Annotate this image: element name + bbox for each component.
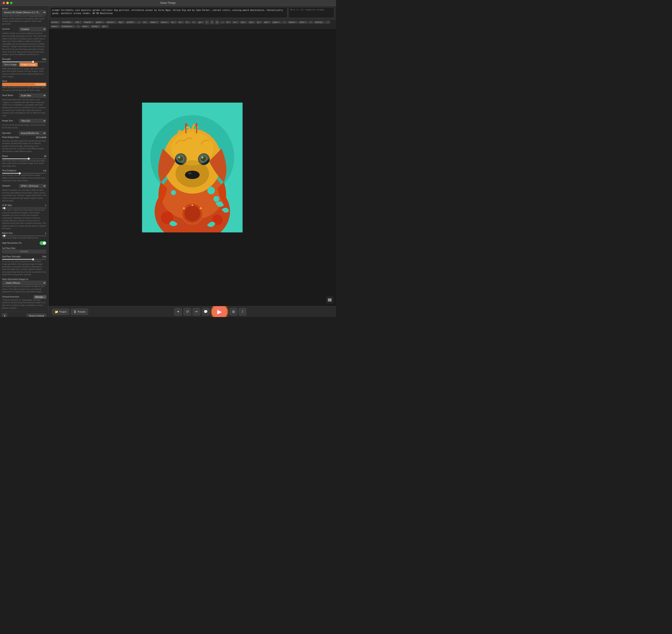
token-vibrant[interactable]: vibrant✕ bbox=[287, 21, 297, 24]
token-prompt[interactable]: prompt✕ bbox=[50, 21, 61, 24]
token-comma3[interactable]: ,✕ bbox=[282, 21, 287, 24]
batch-size-label: Batch Size bbox=[2, 232, 13, 234]
chat-tool-btn[interactable]: 💬 bbox=[202, 308, 210, 316]
hires-toggle[interactable] bbox=[40, 241, 46, 245]
batch-size-value: 1 bbox=[45, 232, 46, 235]
manage-btn[interactable]: Manage... bbox=[34, 295, 46, 299]
token-eng[interactable]: eng✕ bbox=[240, 21, 247, 24]
token-colors[interactable]: colors✕ bbox=[298, 21, 308, 24]
info-icon-btn[interactable]: ℹ bbox=[2, 313, 7, 317]
strength-slider-track[interactable] bbox=[2, 62, 46, 62]
token-dog[interactable]: dog✕ bbox=[117, 21, 125, 24]
token-portrait[interactable]: portrait✕ bbox=[125, 21, 136, 24]
control-section: Control Disabled Additive models can pro… bbox=[2, 27, 46, 56]
image-to-image-btn[interactable]: Image to Image bbox=[19, 63, 38, 67]
token-gai[interactable]: gai✕ bbox=[197, 21, 204, 24]
text-guidance-slider[interactable] bbox=[2, 173, 46, 174]
svg-rect-27 bbox=[328, 298, 332, 299]
first-pass-input[interactable]: 640x960 bbox=[2, 250, 46, 253]
token-tools: ✏ ↻ ⚙ bbox=[205, 20, 219, 24]
project-icon: 📁 bbox=[55, 310, 58, 313]
project-btn[interactable]: 📁 Project bbox=[52, 309, 69, 315]
rotate-tool-btn[interactable]: ↺ bbox=[184, 308, 191, 316]
text-to-image-btn[interactable]: Text to Image bbox=[2, 63, 19, 67]
sampler-select[interactable]: DPM++ 2M Karras bbox=[19, 184, 46, 188]
text-guidance-desc: How "literally" the text input should be… bbox=[2, 174, 46, 182]
settings-token-btn[interactable]: ⚙ bbox=[215, 20, 219, 24]
save-select[interactable]: ...Stable Diffusion bbox=[2, 281, 46, 285]
token-gau[interactable]: gau✕ bbox=[101, 25, 109, 28]
seed-label: Seed bbox=[2, 80, 46, 82]
edit-token-btn[interactable]: ✏ bbox=[205, 20, 209, 24]
share-tool-btn[interactable]: ⤴ bbox=[239, 308, 246, 316]
token-ian[interactable]: ian✕ bbox=[232, 21, 239, 24]
steps-slider[interactable] bbox=[2, 158, 46, 159]
image-size-select[interactable]: 768x1152 bbox=[19, 119, 46, 123]
clip-skip-desc: "CLIP Skip" controls how many layers fro… bbox=[2, 209, 46, 230]
token-comma4[interactable]: ,✕ bbox=[308, 21, 313, 24]
prompt-input[interactable]: prompt Incredibly cute majestic golden r… bbox=[50, 7, 287, 18]
hires-toggle-knob bbox=[43, 242, 46, 245]
token-n[interactable]: n✕ bbox=[191, 21, 197, 24]
negative-prompt-input[interactable] bbox=[288, 7, 334, 18]
token-kil[interactable]: kil✕ bbox=[225, 21, 232, 24]
token-by[interactable]: by✕ bbox=[170, 21, 177, 24]
model-select[interactable]: Generic HD (Stable Diffusion v2.1 76... bbox=[2, 10, 46, 15]
token-vic[interactable]: vic✕ bbox=[177, 21, 184, 24]
token-comma6[interactable]: ,✕ bbox=[76, 25, 81, 28]
seed-input[interactable]: 775418658 bbox=[2, 83, 46, 86]
textual-desc: "Textual Inversions" or "embeddings" are… bbox=[2, 299, 46, 309]
token-winner[interactable]: winner✕ bbox=[160, 21, 170, 24]
maximize-btn[interactable] bbox=[10, 2, 13, 4]
token-masterpiece[interactable]: masterpiece✕ bbox=[61, 25, 75, 28]
token-retriever[interactable]: retriever✕ bbox=[105, 21, 117, 24]
token-golden[interactable]: golden✕ bbox=[95, 21, 105, 24]
close-btn[interactable] bbox=[2, 2, 5, 4]
token-award[interactable]: award✕ bbox=[50, 25, 60, 28]
steps-label: Steps bbox=[2, 155, 8, 157]
grid-tool-btn[interactable]: ⊞ bbox=[230, 308, 237, 316]
text-guidance-label: Text Guidance bbox=[2, 169, 16, 172]
move-tool-btn[interactable]: ✦ bbox=[174, 308, 182, 316]
brush-tool-btn[interactable]: ✏ bbox=[193, 308, 200, 316]
hires-desc: Hi-res Fix uses your selected size for f… bbox=[2, 260, 46, 276]
seed-mode-select[interactable]: Scale Alike bbox=[19, 94, 46, 98]
svg-point-7 bbox=[188, 172, 191, 174]
token-stically[interactable]: stically✕ bbox=[91, 25, 100, 28]
minimize-btn[interactable] bbox=[6, 2, 9, 4]
text-guidance-value: 5.0 bbox=[43, 170, 46, 172]
token-parker[interactable]: parker✕ bbox=[271, 21, 281, 24]
presets-btn[interactable]: 🎛 Presets bbox=[71, 309, 88, 315]
presets-icon: 🎛 bbox=[74, 310, 76, 313]
token-incredibly[interactable]: incredibly✕ bbox=[61, 21, 74, 24]
token-majestic[interactable]: majestic✕ bbox=[83, 21, 94, 24]
control-label: Control bbox=[2, 28, 10, 30]
image-size-label: Image Size bbox=[2, 120, 13, 122]
token-by2[interactable]: by✕ bbox=[256, 21, 262, 24]
svg-point-18 bbox=[171, 190, 176, 195]
token-fanta[interactable]: fanta✕ bbox=[81, 25, 90, 28]
token-and[interactable]: and✕ bbox=[248, 21, 255, 24]
second-pass-slider[interactable] bbox=[2, 259, 46, 260]
layers-btn[interactable] bbox=[326, 296, 334, 303]
token-to[interactable]: to✕ bbox=[185, 21, 191, 24]
token-winning[interactable]: winning✕ bbox=[314, 21, 325, 24]
token-comma5[interactable]: ,✕ bbox=[325, 21, 330, 24]
upscaler-label: Upscaler bbox=[2, 132, 11, 134]
clip-skip-label: CLIP Skip bbox=[2, 204, 12, 206]
upscaler-select[interactable]: Real-ESRGAN X4+ bbox=[19, 131, 46, 135]
token-comma1[interactable]: ,✕ bbox=[136, 21, 141, 24]
token-art[interactable]: art✕ bbox=[142, 21, 149, 24]
second-pass-label: 2nd Pass Strength bbox=[2, 255, 21, 258]
clip-skip-slider[interactable] bbox=[2, 208, 46, 208]
reset-btn[interactable]: Reset to Default bbox=[27, 314, 46, 317]
generated-image bbox=[142, 103, 243, 233]
refresh-token-btn[interactable]: ↻ bbox=[210, 20, 214, 24]
token-station[interactable]: station✕ bbox=[149, 21, 159, 24]
token-comma2[interactable]: ,✕ bbox=[220, 21, 225, 24]
batch-size-slider[interactable] bbox=[2, 236, 46, 236]
token-cute[interactable]: cute✕ bbox=[74, 21, 82, 24]
control-select[interactable]: Disabled bbox=[19, 27, 46, 31]
token-jake[interactable]: jake✕ bbox=[263, 21, 271, 24]
model-section: Model Generic HD (Stable Diffusion v2.1 … bbox=[2, 7, 46, 25]
